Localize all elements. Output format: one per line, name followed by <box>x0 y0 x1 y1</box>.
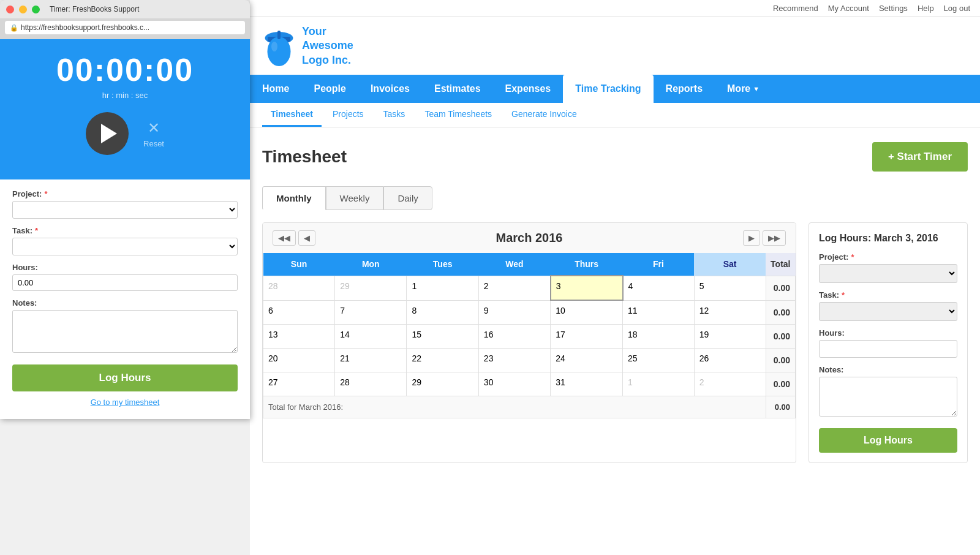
cal-day-30[interactable]: 30 <box>478 372 550 396</box>
cal-day-3-today[interactable]: 3 <box>551 276 623 300</box>
content-area: Timesheet + Start Timer Monthly Weekly D… <box>250 127 980 478</box>
cal-day-13[interactable]: 13 <box>263 325 335 349</box>
tab-monthly[interactable]: Monthly <box>262 186 326 210</box>
cal-day-6[interactable]: 6 <box>263 300 335 325</box>
nav-estimates[interactable]: Estimates <box>422 75 493 103</box>
dropdown-arrow-icon: ▼ <box>753 85 760 92</box>
cal-day-11[interactable]: 11 <box>623 300 695 325</box>
cal-day-2[interactable]: 2 <box>478 276 550 300</box>
subnav-generate-invoice[interactable]: Generate Invoice <box>503 103 586 127</box>
recommend-link[interactable]: Recommend <box>773 4 818 13</box>
next-month-button[interactable]: ▶ <box>743 230 760 246</box>
nav-reports[interactable]: Reports <box>654 75 715 103</box>
timer-form: Project:* Task:* Hours: Notes: Log Hours… <box>0 179 250 419</box>
panel-notes-label: Notes: <box>819 365 957 374</box>
cal-day-29[interactable]: 29 <box>407 372 478 396</box>
cal-day-25[interactable]: 25 <box>623 349 695 372</box>
cal-day-26[interactable]: 26 <box>694 349 766 372</box>
cal-day-19[interactable]: 19 <box>694 325 766 349</box>
cal-day-27[interactable]: 27 <box>263 372 335 396</box>
project-select[interactable] <box>12 201 238 219</box>
notes-textarea[interactable] <box>12 310 238 353</box>
nav-invoices[interactable]: Invoices <box>358 75 422 103</box>
cal-day-8[interactable]: 8 <box>407 300 478 325</box>
nav-people[interactable]: People <box>301 75 358 103</box>
cal-day-16[interactable]: 16 <box>478 325 550 349</box>
cal-day-28-prev[interactable]: 28 <box>263 276 335 300</box>
col-wed: Wed <box>478 253 550 276</box>
timer-display: 00:00:00 <box>12 51 238 88</box>
cal-day-22[interactable]: 22 <box>407 349 478 372</box>
settings-link[interactable]: Settings <box>879 4 908 13</box>
cal-day-28[interactable]: 28 <box>335 372 407 396</box>
cal-day-12[interactable]: 12 <box>694 300 766 325</box>
cal-day-18[interactable]: 18 <box>623 325 695 349</box>
panel-task-select[interactable] <box>819 302 957 321</box>
timer-labels: hr : min : sec <box>12 91 238 100</box>
next-year-button[interactable]: ▶▶ <box>763 230 786 246</box>
nav-time-tracking[interactable]: Time Tracking <box>563 75 653 103</box>
nav-more[interactable]: More ▼ <box>715 75 772 103</box>
cal-day-1[interactable]: 1 <box>407 276 478 300</box>
nav-home[interactable]: Home <box>250 75 301 103</box>
notes-label: Notes: <box>12 298 238 308</box>
cal-day-4[interactable]: 4 <box>623 276 695 300</box>
cal-day-21[interactable]: 21 <box>335 349 407 372</box>
logout-link[interactable]: Log out <box>944 4 970 13</box>
my-account-link[interactable]: My Account <box>828 4 869 13</box>
subnav-team-timesheets[interactable]: Team Timesheets <box>416 103 500 127</box>
panel-project-select[interactable] <box>819 264 957 283</box>
cal-day-23[interactable]: 23 <box>478 349 550 372</box>
cal-day-1-next[interactable]: 1 <box>623 372 695 396</box>
subnav-projects[interactable]: Projects <box>324 103 372 127</box>
reset-button[interactable]: ✕ Reset <box>143 119 164 148</box>
tab-weekly[interactable]: Weekly <box>326 186 384 210</box>
prev-month-button[interactable]: ◀ <box>298 230 315 246</box>
log-hours-button[interactable]: Log Hours <box>12 364 238 391</box>
cal-day-17[interactable]: 17 <box>551 325 623 349</box>
cal-day-24[interactable]: 24 <box>551 349 623 372</box>
page-title: Timesheet <box>262 147 347 167</box>
logo-container[interactable]: Your Awesome Logo Inc. <box>262 25 353 67</box>
timer-controls: ✕ Reset <box>12 112 238 155</box>
panel-notes-textarea[interactable] <box>819 377 957 417</box>
app-area: Recommend My Account Settings Help Log o… <box>250 0 980 555</box>
cal-day-14[interactable]: 14 <box>335 325 407 349</box>
panel-hours-label: Hours: <box>819 328 957 338</box>
tab-daily[interactable]: Daily <box>383 186 432 210</box>
play-button[interactable] <box>86 112 129 155</box>
url-text: https://freshbooksupport.freshbooks.c... <box>21 23 149 32</box>
close-dot[interactable] <box>6 6 14 13</box>
subnav-tasks[interactable]: Tasks <box>375 103 414 127</box>
prev-year-button[interactable]: ◀◀ <box>273 230 296 246</box>
start-timer-button[interactable]: + Start Timer <box>872 142 968 172</box>
minimize-dot[interactable] <box>19 6 27 13</box>
go-timesheet-link[interactable]: Go to my timesheet <box>12 398 238 407</box>
hours-input[interactable] <box>12 274 238 291</box>
cal-day-2-next[interactable]: 2 <box>694 372 766 396</box>
cal-day-29-prev[interactable]: 29 <box>335 276 407 300</box>
task-group: Task:* <box>12 226 238 255</box>
log-hours-panel: Log Hours: March 3, 2016 Project:* Task:… <box>809 222 968 463</box>
nav-expenses[interactable]: Expenses <box>493 75 564 103</box>
cal-day-15[interactable]: 15 <box>407 325 478 349</box>
lock-icon: 🔒 <box>10 24 18 32</box>
browser-urlbar: 🔒 https://freshbooksupport.freshbooks.c.… <box>5 21 245 34</box>
svg-point-2 <box>268 37 291 66</box>
cal-day-9[interactable]: 9 <box>478 300 550 325</box>
panel-hours-input[interactable] <box>819 340 957 358</box>
notes-group: Notes: <box>12 298 238 355</box>
subnav-timesheet[interactable]: Timesheet <box>262 103 322 127</box>
maximize-dot[interactable] <box>32 6 40 13</box>
cal-day-31[interactable]: 31 <box>551 372 623 396</box>
cal-day-5[interactable]: 5 <box>694 276 766 300</box>
cal-day-7[interactable]: 7 <box>335 300 407 325</box>
help-link[interactable]: Help <box>918 4 934 13</box>
project-label: Project:* <box>12 189 238 198</box>
panel-log-hours-button[interactable]: Log Hours <box>819 428 957 453</box>
cal-day-10[interactable]: 10 <box>551 300 623 325</box>
cal-day-20[interactable]: 20 <box>263 349 335 372</box>
browser-titlebar: Timer: FreshBooks Support <box>0 0 250 18</box>
calendar-row: 6 7 8 9 10 11 12 0.00 <box>263 300 796 325</box>
task-select[interactable] <box>12 238 238 255</box>
